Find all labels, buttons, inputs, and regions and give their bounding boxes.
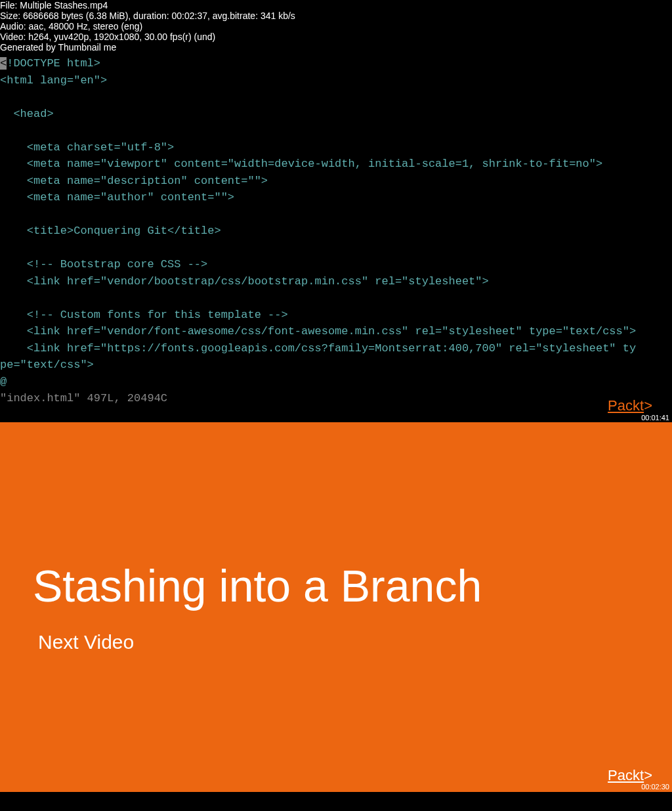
cursor-highlight: < xyxy=(0,57,7,70)
thumbnail-frame-1: <!DOCTYPE html> <html lang="en"> <head> … xyxy=(0,53,672,422)
slide-subtitle: Next Video xyxy=(38,631,134,653)
meta-file: File: Multiple Stashes.mp4 xyxy=(0,0,672,11)
code-line-13: <!-- Bootstrap core CSS --> xyxy=(0,258,207,271)
frame2-timestamp: 00:02:30 xyxy=(641,783,669,791)
thumbnail-frame-2: Stashing into a Branch Next Video Packt> xyxy=(0,422,672,792)
code-line-14: <link href="vendor/bootstrap/css/bootstr… xyxy=(0,275,489,288)
meta-generated: Generated by Thumbnail me xyxy=(0,42,672,53)
slide-title: Stashing into a Branch xyxy=(33,560,482,611)
code-line-18a: <link href="https://fonts.googleapis.com… xyxy=(0,342,636,355)
code-line-8: <meta name="description" content=""> xyxy=(0,175,268,187)
code-line-7: <meta name="viewport" content="width=dev… xyxy=(0,158,602,170)
meta-audio: Audio: aac, 48000 Hz, stereo (eng) xyxy=(0,21,672,32)
code-line-9: <meta name="author" content=""> xyxy=(0,191,234,204)
code-at-symbol: @ xyxy=(0,376,7,388)
file-metadata: File: Multiple Stashes.mp4 Size: 6686668… xyxy=(0,0,672,53)
code-line-4: <head> xyxy=(0,108,54,120)
code-editor-content: <!DOCTYPE html> <html lang="en"> <head> … xyxy=(0,53,672,407)
meta-video: Video: h264, yuv420p, 1920x1080, 30.00 f… xyxy=(0,32,672,42)
code-status-line: "index.html" 497L, 20494C xyxy=(0,392,167,405)
code-line-18b: pe="text/css"> xyxy=(0,359,94,371)
code-line-17: <link href="vendor/font-awesome/css/font… xyxy=(0,325,636,338)
code-line-11: <title>Conquering Git</title> xyxy=(0,225,221,237)
packt-logo: Packt> xyxy=(608,767,652,784)
code-line-2: <html lang="en"> xyxy=(0,74,107,87)
code-line-1: !DOCTYPE html> xyxy=(7,57,100,70)
code-line-16: <!-- Custom fonts for this template --> xyxy=(0,309,288,321)
packt-logo: Packt> xyxy=(608,397,652,414)
frame1-timestamp: 00:01:41 xyxy=(641,414,669,422)
meta-size: Size: 6686668 bytes (6.38 MiB), duration… xyxy=(0,11,672,21)
code-line-6: <meta charset="utf-8"> xyxy=(0,141,174,154)
